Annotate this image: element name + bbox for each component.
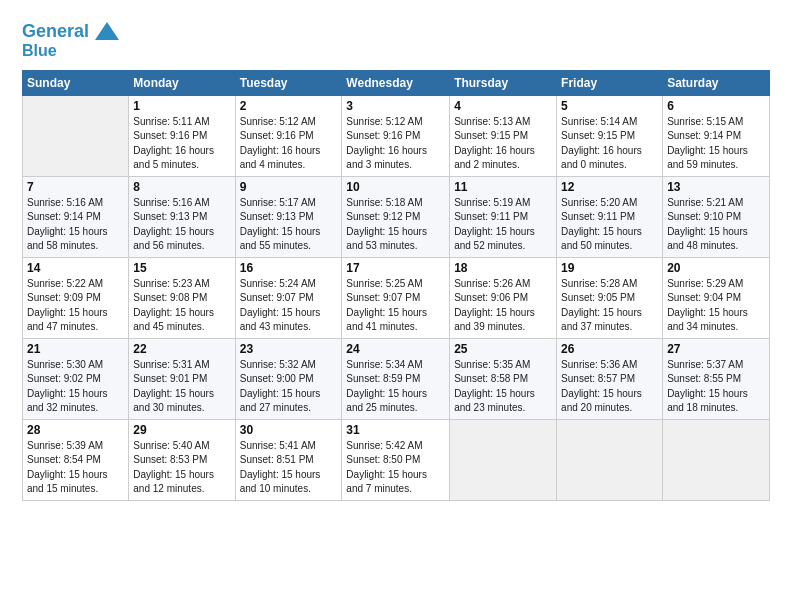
day-info: Sunrise: 5:17 AMSunset: 9:13 PMDaylight:… — [240, 196, 338, 254]
day-info: Sunrise: 5:25 AMSunset: 9:07 PMDaylight:… — [346, 277, 445, 335]
day-number: 15 — [133, 261, 230, 275]
calendar-cell: 11Sunrise: 5:19 AMSunset: 9:11 PMDayligh… — [450, 176, 557, 257]
day-info: Sunrise: 5:37 AMSunset: 8:55 PMDaylight:… — [667, 358, 765, 416]
day-number: 12 — [561, 180, 658, 194]
calendar-cell: 1Sunrise: 5:11 AMSunset: 9:16 PMDaylight… — [129, 95, 235, 176]
calendar-cell: 12Sunrise: 5:20 AMSunset: 9:11 PMDayligh… — [557, 176, 663, 257]
day-number: 4 — [454, 99, 552, 113]
week-row-5: 28Sunrise: 5:39 AMSunset: 8:54 PMDayligh… — [23, 419, 770, 500]
day-info: Sunrise: 5:35 AMSunset: 8:58 PMDaylight:… — [454, 358, 552, 416]
day-number: 9 — [240, 180, 338, 194]
calendar-cell: 10Sunrise: 5:18 AMSunset: 9:12 PMDayligh… — [342, 176, 450, 257]
calendar-cell: 22Sunrise: 5:31 AMSunset: 9:01 PMDayligh… — [129, 338, 235, 419]
day-number: 10 — [346, 180, 445, 194]
logo-text: General — [22, 22, 89, 42]
day-number: 16 — [240, 261, 338, 275]
day-number: 29 — [133, 423, 230, 437]
calendar-table: Sunday Monday Tuesday Wednesday Thursday… — [22, 70, 770, 501]
day-info: Sunrise: 5:42 AMSunset: 8:50 PMDaylight:… — [346, 439, 445, 497]
calendar-cell: 30Sunrise: 5:41 AMSunset: 8:51 PMDayligh… — [235, 419, 342, 500]
day-number: 2 — [240, 99, 338, 113]
day-info: Sunrise: 5:21 AMSunset: 9:10 PMDaylight:… — [667, 196, 765, 254]
calendar-cell: 20Sunrise: 5:29 AMSunset: 9:04 PMDayligh… — [663, 257, 770, 338]
day-number: 11 — [454, 180, 552, 194]
calendar-cell — [663, 419, 770, 500]
day-info: Sunrise: 5:36 AMSunset: 8:57 PMDaylight:… — [561, 358, 658, 416]
day-number: 18 — [454, 261, 552, 275]
day-info: Sunrise: 5:39 AMSunset: 8:54 PMDaylight:… — [27, 439, 124, 497]
calendar-cell: 9Sunrise: 5:17 AMSunset: 9:13 PMDaylight… — [235, 176, 342, 257]
day-number: 13 — [667, 180, 765, 194]
day-info: Sunrise: 5:34 AMSunset: 8:59 PMDaylight:… — [346, 358, 445, 416]
calendar-cell — [557, 419, 663, 500]
calendar-cell: 4Sunrise: 5:13 AMSunset: 9:15 PMDaylight… — [450, 95, 557, 176]
calendar-cell: 14Sunrise: 5:22 AMSunset: 9:09 PMDayligh… — [23, 257, 129, 338]
calendar-cell — [23, 95, 129, 176]
header-monday: Monday — [129, 70, 235, 95]
calendar-cell: 13Sunrise: 5:21 AMSunset: 9:10 PMDayligh… — [663, 176, 770, 257]
day-info: Sunrise: 5:22 AMSunset: 9:09 PMDaylight:… — [27, 277, 124, 335]
day-number: 20 — [667, 261, 765, 275]
day-info: Sunrise: 5:41 AMSunset: 8:51 PMDaylight:… — [240, 439, 338, 497]
day-number: 17 — [346, 261, 445, 275]
day-info: Sunrise: 5:23 AMSunset: 9:08 PMDaylight:… — [133, 277, 230, 335]
header-saturday: Saturday — [663, 70, 770, 95]
logo: General Blue — [22, 18, 121, 60]
day-info: Sunrise: 5:32 AMSunset: 9:00 PMDaylight:… — [240, 358, 338, 416]
day-number: 31 — [346, 423, 445, 437]
calendar-cell: 8Sunrise: 5:16 AMSunset: 9:13 PMDaylight… — [129, 176, 235, 257]
header-wednesday: Wednesday — [342, 70, 450, 95]
day-info: Sunrise: 5:29 AMSunset: 9:04 PMDaylight:… — [667, 277, 765, 335]
calendar-cell — [450, 419, 557, 500]
calendar-cell: 23Sunrise: 5:32 AMSunset: 9:00 PMDayligh… — [235, 338, 342, 419]
day-info: Sunrise: 5:14 AMSunset: 9:15 PMDaylight:… — [561, 115, 658, 173]
day-number: 23 — [240, 342, 338, 356]
calendar-cell: 17Sunrise: 5:25 AMSunset: 9:07 PMDayligh… — [342, 257, 450, 338]
calendar-cell: 19Sunrise: 5:28 AMSunset: 9:05 PMDayligh… — [557, 257, 663, 338]
day-info: Sunrise: 5:28 AMSunset: 9:05 PMDaylight:… — [561, 277, 658, 335]
calendar-cell: 25Sunrise: 5:35 AMSunset: 8:58 PMDayligh… — [450, 338, 557, 419]
day-info: Sunrise: 5:11 AMSunset: 9:16 PMDaylight:… — [133, 115, 230, 173]
header-tuesday: Tuesday — [235, 70, 342, 95]
day-number: 8 — [133, 180, 230, 194]
calendar-cell: 31Sunrise: 5:42 AMSunset: 8:50 PMDayligh… — [342, 419, 450, 500]
day-info: Sunrise: 5:20 AMSunset: 9:11 PMDaylight:… — [561, 196, 658, 254]
day-info: Sunrise: 5:30 AMSunset: 9:02 PMDaylight:… — [27, 358, 124, 416]
svg-marker-0 — [95, 22, 119, 40]
day-info: Sunrise: 5:13 AMSunset: 9:15 PMDaylight:… — [454, 115, 552, 173]
day-number: 7 — [27, 180, 124, 194]
day-info: Sunrise: 5:24 AMSunset: 9:07 PMDaylight:… — [240, 277, 338, 335]
day-number: 21 — [27, 342, 124, 356]
calendar-cell: 5Sunrise: 5:14 AMSunset: 9:15 PMDaylight… — [557, 95, 663, 176]
calendar-cell: 27Sunrise: 5:37 AMSunset: 8:55 PMDayligh… — [663, 338, 770, 419]
calendar-cell: 29Sunrise: 5:40 AMSunset: 8:53 PMDayligh… — [129, 419, 235, 500]
day-number: 25 — [454, 342, 552, 356]
day-number: 14 — [27, 261, 124, 275]
day-number: 27 — [667, 342, 765, 356]
day-number: 30 — [240, 423, 338, 437]
week-row-1: 1Sunrise: 5:11 AMSunset: 9:16 PMDaylight… — [23, 95, 770, 176]
week-row-2: 7Sunrise: 5:16 AMSunset: 9:14 PMDaylight… — [23, 176, 770, 257]
page: General Blue Sunday Monday Tuesday Wedne… — [0, 0, 792, 612]
calendar-cell: 28Sunrise: 5:39 AMSunset: 8:54 PMDayligh… — [23, 419, 129, 500]
day-info: Sunrise: 5:26 AMSunset: 9:06 PMDaylight:… — [454, 277, 552, 335]
calendar-cell: 7Sunrise: 5:16 AMSunset: 9:14 PMDaylight… — [23, 176, 129, 257]
day-number: 22 — [133, 342, 230, 356]
calendar-cell: 2Sunrise: 5:12 AMSunset: 9:16 PMDaylight… — [235, 95, 342, 176]
weekday-header-row: Sunday Monday Tuesday Wednesday Thursday… — [23, 70, 770, 95]
day-info: Sunrise: 5:19 AMSunset: 9:11 PMDaylight:… — [454, 196, 552, 254]
day-number: 19 — [561, 261, 658, 275]
week-row-4: 21Sunrise: 5:30 AMSunset: 9:02 PMDayligh… — [23, 338, 770, 419]
day-info: Sunrise: 5:16 AMSunset: 9:14 PMDaylight:… — [27, 196, 124, 254]
day-info: Sunrise: 5:16 AMSunset: 9:13 PMDaylight:… — [133, 196, 230, 254]
calendar-cell: 16Sunrise: 5:24 AMSunset: 9:07 PMDayligh… — [235, 257, 342, 338]
day-info: Sunrise: 5:12 AMSunset: 9:16 PMDaylight:… — [240, 115, 338, 173]
header: General Blue — [22, 18, 770, 60]
calendar-cell: 6Sunrise: 5:15 AMSunset: 9:14 PMDaylight… — [663, 95, 770, 176]
calendar-cell: 15Sunrise: 5:23 AMSunset: 9:08 PMDayligh… — [129, 257, 235, 338]
calendar-cell: 21Sunrise: 5:30 AMSunset: 9:02 PMDayligh… — [23, 338, 129, 419]
calendar-cell: 26Sunrise: 5:36 AMSunset: 8:57 PMDayligh… — [557, 338, 663, 419]
calendar-cell: 18Sunrise: 5:26 AMSunset: 9:06 PMDayligh… — [450, 257, 557, 338]
header-thursday: Thursday — [450, 70, 557, 95]
day-number: 1 — [133, 99, 230, 113]
